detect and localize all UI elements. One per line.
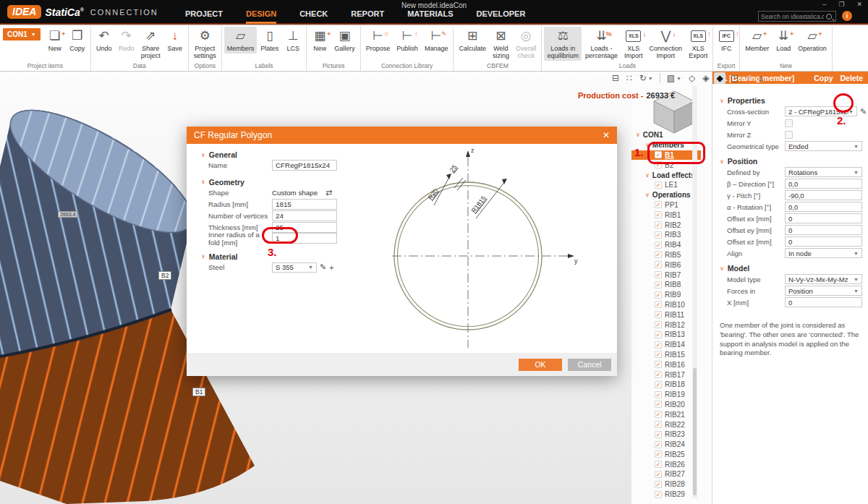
checkbox-rib11[interactable]: ✓ <box>655 311 662 318</box>
tree-item-rib1[interactable]: ✓RIB1 <box>631 210 701 220</box>
prop-checkbox-mirror-y[interactable] <box>785 119 793 127</box>
tree-item-b1[interactable]: ✓B1 <box>631 150 701 161</box>
prop-dropdown-model-type[interactable]: N-Vy-Vz-Mx-My-Mz▼ <box>785 274 862 284</box>
save-button[interactable]: ↓Save <box>164 27 186 54</box>
copy-member-button[interactable]: Copy <box>814 74 833 82</box>
chevron-down-icon[interactable]: ∨ <box>636 132 640 138</box>
new-button[interactable]: ▦+New <box>309 27 331 54</box>
tree-item-rib18[interactable]: ✓RIB18 <box>631 380 701 390</box>
maximize-button[interactable]: ❐ <box>838 1 844 8</box>
tree-item-rib7[interactable]: ✓RIB7 <box>631 270 701 280</box>
minimize-button[interactable]: – <box>822 1 826 8</box>
tree-item-rib14[interactable]: ✓RIB14 <box>631 340 701 350</box>
tree-item-pp1[interactable]: ✓PP1 <box>631 200 701 210</box>
home-view-icon[interactable]: ⌂ <box>756 72 765 84</box>
prop-dropdown-forces-in[interactable]: Position▼ <box>785 286 862 296</box>
tree-item-rib15[interactable]: ✓RIB15 <box>631 350 701 360</box>
checkbox-rib15[interactable]: ✓ <box>655 351 662 358</box>
fit-view-icon[interactable]: ∷ <box>624 72 634 84</box>
chevron-down-icon[interactable]: ∨ <box>645 172 650 179</box>
propose-button[interactable]: ⊢○Propose <box>363 27 393 54</box>
prop-dropdown-cross-section[interactable]: 2 - CFRegP1815x24▼ <box>785 106 857 116</box>
tree-item-rib16[interactable]: ✓RIB16 <box>631 359 701 370</box>
dimension-icon[interactable]: ⊟ <box>610 72 621 84</box>
delete-member-button[interactable]: Delete <box>840 74 863 82</box>
tree-item-rib9[interactable]: ✓RIB9 <box>631 290 701 300</box>
checkbox-le1[interactable]: ✓ <box>655 181 662 189</box>
copy-button[interactable]: ❐Copy <box>67 27 88 54</box>
menu-item-developer[interactable]: DEVELOPER <box>476 9 525 24</box>
new-button[interactable]: ❏+New <box>44 27 66 54</box>
tree-item-rib11[interactable]: ✓RIB11 <box>631 309 701 320</box>
checkbox-rib4[interactable]: ✓ <box>655 242 662 249</box>
dlg-input-name[interactable]: CFRegP1815x24 <box>272 160 337 171</box>
checkbox-rib20[interactable]: ✓ <box>655 401 662 408</box>
tree-item-rib6[interactable]: ✓RIB6 <box>631 260 701 270</box>
checkbox-rib16[interactable]: ✓ <box>655 361 662 368</box>
tree-item-rib10[interactable]: ✓RIB10 <box>631 300 701 310</box>
menu-item-report[interactable]: REPORT <box>351 9 384 24</box>
chevron-down-icon[interactable]: ∨ <box>645 192 650 198</box>
tree-item-members[interactable]: ∨Members <box>631 140 701 150</box>
checkbox-rib24[interactable]: ✓ <box>655 441 662 448</box>
tree-item-rib17[interactable]: ✓RIB17 <box>631 370 701 380</box>
tree-item-rib24[interactable]: ✓RIB24 <box>631 440 701 450</box>
checkbox-rib13[interactable]: ✓ <box>655 331 662 338</box>
chevron-down-icon[interactable]: ∨ <box>645 142 650 148</box>
checkbox-rib27[interactable]: ✓ <box>655 471 662 478</box>
orbit-icon[interactable]: ↻▼ <box>637 72 655 84</box>
tree-item-rib8[interactable]: ✓RIB8 <box>631 280 701 290</box>
close-icon[interactable]: ✕ <box>603 130 610 140</box>
tree-item-b2[interactable]: ✓B2 <box>631 160 701 170</box>
connection-import-button[interactable]: ⋁↓Connection Import <box>647 27 686 61</box>
checkbox-rib25[interactable]: ✓ <box>655 450 662 458</box>
checkbox-rib3[interactable]: ✓ <box>655 231 662 239</box>
checkbox-rib26[interactable]: ✓ <box>655 461 662 468</box>
operation-button[interactable]: ▱+Operation <box>795 27 830 54</box>
member-button[interactable]: ▱+Member <box>742 27 772 54</box>
prop-input-rotation[interactable]: 0,0 <box>785 202 862 212</box>
info-icon[interactable]: i <box>842 11 852 21</box>
tree-item-rib21[interactable]: ✓RIB21 <box>631 409 701 419</box>
clip-view-icon[interactable]: ◳ <box>728 72 741 84</box>
checkbox-rib22[interactable]: ✓ <box>655 421 662 428</box>
lcs-button[interactable]: ⊥LCS <box>282 27 304 54</box>
tree-item-rib20[interactable]: ✓RIB20 <box>631 400 701 410</box>
prop-dropdown-geometrical-type[interactable]: Ended▼ <box>785 141 862 151</box>
project-settings-button[interactable]: ⚙Project settings <box>191 27 219 61</box>
load-button[interactable]: ⇊+Load <box>773 27 794 54</box>
menu-item-design[interactable]: DESIGN <box>246 9 276 24</box>
checkbox-rib8[interactable]: ✓ <box>655 281 662 289</box>
steel-grade-dropdown[interactable]: S 355▼ <box>272 262 317 273</box>
tree-item-rib3[interactable]: ✓RIB3 <box>631 230 701 240</box>
menu-item-materials[interactable]: MATERIALS <box>407 9 453 24</box>
dialog-header[interactable]: CF Regular Polygon ✕ <box>187 127 617 144</box>
tree-item-rib28[interactable]: ✓RIB28 <box>631 479 701 490</box>
checkbox-b1[interactable]: ✓ <box>655 151 662 158</box>
search-icon[interactable] <box>826 14 832 20</box>
publish-button[interactable]: ⊢↑Publish <box>393 27 421 54</box>
tree-item-con1[interactable]: ∨CON1 <box>631 130 701 140</box>
undo-button[interactable]: ↶Undo <box>93 27 115 54</box>
tree-item-rib5[interactable]: ✓RIB5 <box>631 250 701 260</box>
prop-input-x-mm[interactable]: 0 <box>785 297 862 307</box>
tree-item-rib13[interactable]: ✓RIB13 <box>631 330 701 340</box>
tree-item-rib19[interactable]: ✓RIB19 <box>631 390 701 400</box>
dlg-input-thickness-mm[interactable]: 25 <box>272 222 337 233</box>
pencil-icon[interactable]: ✎ <box>860 107 867 116</box>
checkbox-rib5[interactable]: ✓ <box>655 251 662 258</box>
dlg-input-radius-mm[interactable]: 1815 <box>272 199 337 210</box>
checkbox-rib28[interactable]: ✓ <box>655 481 662 488</box>
xls-export-button[interactable]: XLS↑XLS Export <box>686 27 710 61</box>
tree-item-le1[interactable]: ✓LE1 <box>631 180 701 190</box>
search-input[interactable] <box>759 13 826 20</box>
close-button[interactable]: ✕ <box>856 1 862 8</box>
tree-item-rib25[interactable]: ✓RIB25 <box>631 450 701 460</box>
con1-selector[interactable]: CON1▼ <box>3 28 41 40</box>
tree-item-load-effects[interactable]: ∨Load effects <box>631 170 701 180</box>
tree-scrollbar[interactable] <box>692 86 697 498</box>
plates-button[interactable]: ▯Plates <box>258 27 281 54</box>
xls-import-button[interactable]: XLS↓XLS Import <box>621 27 646 61</box>
tree-item-rib4[interactable]: ✓RIB4 <box>631 240 701 250</box>
edit-material-icon[interactable]: ✎ <box>320 262 326 272</box>
